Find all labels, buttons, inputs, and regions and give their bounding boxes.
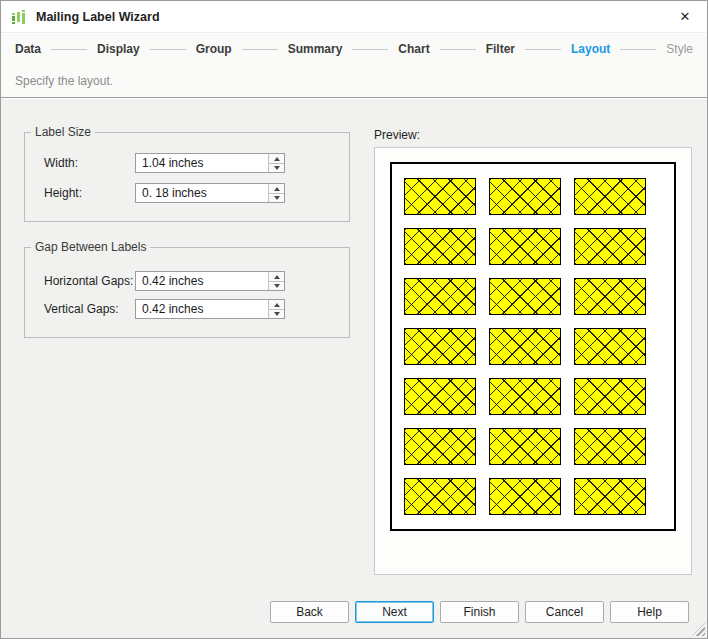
arrow-down-icon (274, 196, 280, 200)
label-size-groupbox: Label Size Width: Height: (24, 132, 350, 222)
width-spin-down-button[interactable] (269, 163, 284, 172)
height-label: Height: (44, 183, 82, 203)
step-connector (525, 49, 561, 50)
preview-label-cell (404, 178, 476, 215)
preview-label-cell (404, 428, 476, 465)
step-style[interactable]: Style (666, 42, 693, 56)
step-filter[interactable]: Filter (486, 42, 515, 56)
preview-label-cell (404, 378, 476, 415)
cancel-button[interactable]: Cancel (525, 601, 604, 623)
gap-between-labels-groupbox: Gap Between Labels Horizontal Gaps: Vert… (24, 247, 350, 338)
preview-grid (404, 178, 646, 515)
vertical-gaps-spinbox (135, 299, 285, 319)
arrow-up-icon (274, 275, 280, 279)
arrow-up-icon (274, 187, 280, 191)
arrow-down-icon (274, 312, 280, 316)
width-spinbox (135, 153, 285, 173)
horizontal-gaps-field-row: Horizontal Gaps: (25, 271, 349, 291)
preview-label-cell (489, 328, 561, 365)
step-data[interactable]: Data (15, 42, 41, 56)
finish-button[interactable]: Finish (440, 601, 519, 623)
vertical-gaps-input[interactable] (136, 300, 266, 318)
width-input[interactable] (136, 154, 266, 172)
arrow-down-icon (274, 166, 280, 170)
horizontal-gaps-spin-buttons (268, 272, 284, 290)
step-display[interactable]: Display (97, 42, 140, 56)
preview-label-cell (574, 178, 646, 215)
preview-panel (374, 147, 692, 575)
width-field-row: Width: (25, 153, 349, 173)
preview-label-cell (404, 278, 476, 315)
preview-label-cell (489, 478, 561, 515)
help-button[interactable]: Help (610, 601, 689, 623)
arrow-down-icon (274, 284, 280, 288)
preview-label-cell (574, 328, 646, 365)
preview-label-cell (574, 478, 646, 515)
horizontal-gaps-input[interactable] (136, 272, 266, 290)
preview-label-cell (404, 478, 476, 515)
preview-label-cell (489, 228, 561, 265)
step-connector (620, 49, 656, 50)
step-connector (51, 49, 87, 50)
step-connector (352, 49, 388, 50)
step-connector (150, 49, 186, 50)
horizontal-gaps-spinbox (135, 271, 285, 291)
vertical-gaps-spin-buttons (268, 300, 284, 318)
preview-label-cell (574, 228, 646, 265)
width-spin-up-button[interactable] (269, 154, 284, 163)
back-button[interactable]: Back (270, 601, 349, 623)
next-button[interactable]: Next (355, 601, 434, 623)
gap-between-labels-legend: Gap Between Labels (31, 240, 150, 254)
preview-label-cell (574, 428, 646, 465)
label-size-legend: Label Size (31, 125, 95, 139)
width-spin-buttons (268, 154, 284, 172)
close-icon[interactable]: ✕ (676, 8, 694, 26)
preview-label-cell (574, 278, 646, 315)
preview-label-cell (574, 378, 646, 415)
vertical-gaps-spin-down-button[interactable] (269, 309, 284, 318)
arrow-up-icon (274, 303, 280, 307)
wizard-logo-icon (11, 9, 27, 25)
preview-label-cell (489, 278, 561, 315)
preview-label-cell (404, 328, 476, 365)
preview-page (390, 162, 676, 531)
step-connector (440, 49, 476, 50)
button-bar: BackNextFinishCancelHelp (270, 601, 689, 623)
horizontal-gaps-label: Horizontal Gaps: (44, 271, 133, 291)
window-title: Mailing Label Wizard (36, 10, 160, 24)
preview-caption: Preview: (374, 128, 420, 142)
wizard-header: DataDisplayGroupSummaryChartFilterLayout… (1, 34, 707, 98)
horizontal-gaps-spin-down-button[interactable] (269, 281, 284, 290)
step-chart[interactable]: Chart (398, 42, 429, 56)
arrow-up-icon (274, 157, 280, 161)
step-summary[interactable]: Summary (288, 42, 343, 56)
height-spin-buttons (268, 184, 284, 202)
preview-label-cell (489, 378, 561, 415)
step-group[interactable]: Group (196, 42, 232, 56)
content-area: Label Size Width: Height: (1, 99, 707, 638)
height-spinbox (135, 183, 285, 203)
wizard-steps: DataDisplayGroupSummaryChartFilterLayout… (1, 34, 707, 56)
step-layout[interactable]: Layout (571, 42, 610, 56)
preview-label-cell (489, 178, 561, 215)
width-label: Width: (44, 153, 78, 173)
step-connector (242, 49, 278, 50)
height-field-row: Height: (25, 183, 349, 203)
vertical-gaps-field-row: Vertical Gaps: (25, 299, 349, 319)
height-spin-down-button[interactable] (269, 193, 284, 202)
vertical-gaps-label: Vertical Gaps: (44, 299, 119, 319)
title-bar: Mailing Label Wizard ✕ (1, 1, 707, 33)
height-input[interactable] (136, 184, 266, 202)
mailing-label-wizard-dialog: Mailing Label Wizard ✕ DataDisplayGroupS… (0, 0, 708, 639)
horizontal-gaps-spin-up-button[interactable] (269, 272, 284, 281)
height-spin-up-button[interactable] (269, 184, 284, 193)
vertical-gaps-spin-up-button[interactable] (269, 300, 284, 309)
wizard-subtitle: Specify the layout. (15, 74, 113, 88)
preview-label-cell (404, 228, 476, 265)
preview-label-cell (489, 428, 561, 465)
